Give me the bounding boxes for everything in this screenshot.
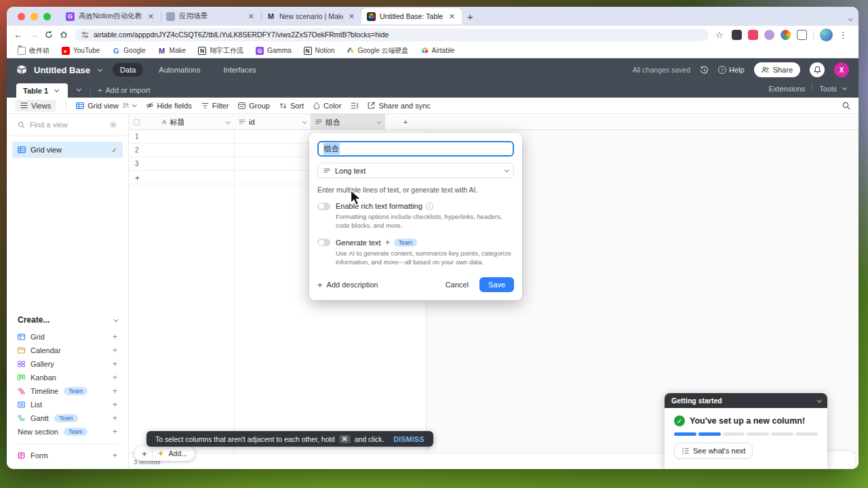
bookmark-workflow[interactable]: N翔宇工作流: [198, 46, 243, 56]
add-view-icon[interactable]: +: [113, 451, 117, 460]
views-button[interactable]: Views: [15, 100, 56, 112]
column-header-combo[interactable]: 组合: [311, 114, 385, 130]
browser-tab-1[interactable]: G 高效Notion自动化教程：| Gan ✕: [60, 8, 161, 24]
tab-search-icon[interactable]: [849, 10, 852, 22]
bookmark-google[interactable]: GGoogle: [112, 47, 145, 55]
create-header[interactable]: Create...: [7, 315, 128, 325]
create-item-gallery[interactable]: Gallery+: [7, 357, 128, 371]
table-list-chevron-icon[interactable]: [75, 81, 83, 94]
minimize-window-button[interactable]: [31, 13, 38, 20]
generate-text-toggle[interactable]: [317, 239, 330, 246]
nav-tab-data[interactable]: Data: [113, 63, 143, 77]
create-item-list[interactable]: List+: [7, 398, 128, 411]
filter-button[interactable]: Filter: [201, 102, 229, 110]
help-button[interactable]: ?Help: [718, 66, 745, 74]
create-item-timeline[interactable]: Timeline Team +: [7, 384, 128, 398]
see-whats-next-button[interactable]: See what's next: [674, 443, 753, 459]
cancel-button[interactable]: Cancel: [439, 277, 475, 292]
create-item-grid[interactable]: Grid+: [7, 330, 128, 344]
notifications-button[interactable]: [810, 62, 825, 77]
create-item-kanban[interactable]: Kanban+: [7, 371, 128, 384]
create-item-gantt[interactable]: Gantt Team +: [7, 411, 128, 425]
extension-icon-1[interactable]: [732, 30, 742, 40]
airtable-logo[interactable]: [16, 64, 27, 75]
search-icon[interactable]: [842, 102, 850, 110]
base-menu-chevron-icon[interactable]: [98, 66, 102, 71]
row-height-button[interactable]: [351, 102, 358, 109]
reload-icon[interactable]: [45, 30, 53, 39]
add-view-icon[interactable]: +: [113, 373, 117, 382]
close-window-button[interactable]: [18, 13, 25, 20]
fullscreen-window-button[interactable]: [43, 13, 51, 20]
field-type-select[interactable]: Long text: [317, 163, 514, 178]
back-icon[interactable]: ←: [14, 30, 22, 40]
new-tab-button[interactable]: +: [467, 11, 473, 22]
select-all-checkbox[interactable]: [129, 114, 157, 130]
bookmark-airtable[interactable]: Airtable: [421, 47, 455, 54]
nav-tab-automations[interactable]: Automations: [151, 63, 208, 77]
add-record-pill[interactable]: + Add...: [134, 446, 195, 461]
browser-tab-2[interactable]: 应用场景 ✕: [161, 8, 261, 24]
color-button[interactable]: Color: [313, 102, 341, 110]
getting-started-header[interactable]: Getting started: [665, 393, 827, 408]
column-header-id[interactable]: id: [234, 114, 311, 130]
base-name[interactable]: Untitled Base: [34, 65, 90, 75]
chrome-profile-avatar[interactable]: [820, 28, 833, 41]
save-button[interactable]: Save: [479, 277, 514, 292]
gear-icon[interactable]: [109, 121, 117, 129]
field-menu-chevron-icon[interactable]: [226, 119, 230, 123]
rich-text-toggle[interactable]: [317, 203, 330, 210]
site-info-icon[interactable]: [81, 31, 89, 39]
create-item-new-section[interactable]: New section Team +: [7, 425, 128, 439]
extension-icon-4[interactable]: [781, 30, 791, 40]
field-menu-chevron-icon[interactable]: [377, 119, 381, 123]
create-item-form[interactable]: Form+: [7, 449, 128, 462]
tab-close-icon[interactable]: ✕: [347, 12, 356, 21]
extensions-button[interactable]: Extensions: [769, 85, 806, 93]
create-item-calendar[interactable]: Calendar+: [7, 344, 128, 357]
nav-tab-interfaces[interactable]: Interfaces: [216, 63, 263, 77]
bookmark-make[interactable]: MMake: [158, 47, 186, 55]
add-or-import-button[interactable]: +Add or import: [98, 86, 150, 94]
share-and-sync-button[interactable]: Share and sync: [368, 102, 430, 110]
hide-fields-button[interactable]: Hide fields: [146, 102, 192, 110]
add-view-icon[interactable]: +: [113, 400, 117, 409]
add-view-icon[interactable]: +: [113, 359, 117, 369]
extension-icon-2[interactable]: [748, 30, 758, 40]
add-description-button[interactable]: + Add description: [317, 280, 378, 290]
tab-close-icon[interactable]: ✕: [247, 12, 256, 21]
share-button[interactable]: Share: [754, 62, 800, 77]
window-controls[interactable]: [18, 13, 51, 20]
add-section-icon[interactable]: +: [113, 427, 117, 436]
forward-icon[interactable]: →: [29, 30, 38, 40]
history-icon[interactable]: [700, 66, 709, 75]
sidebar-view-grid[interactable]: Grid view ✓: [12, 142, 123, 158]
add-field-button[interactable]: +: [385, 114, 426, 130]
bookmark-youtube[interactable]: ▸YouTube: [62, 47, 100, 55]
table-tab-active[interactable]: Table 1: [16, 83, 68, 98]
find-view-search[interactable]: Find a view: [7, 121, 128, 136]
browser-tab-active[interactable]: Untitled Base: Table 1 - Airta ✕: [361, 8, 462, 24]
group-button[interactable]: Group: [238, 102, 270, 110]
field-name-input[interactable]: 组合: [317, 141, 514, 157]
add-view-icon[interactable]: +: [113, 413, 117, 423]
browser-tab-3[interactable]: M New scenario | Make ✕: [261, 8, 361, 24]
url-bar[interactable]: airtable.com/apppdnJYZ4cCSQT6Z/tblLiYuLK…: [75, 28, 709, 41]
info-icon[interactable]: i: [426, 203, 433, 210]
table-menu-chevron-icon[interactable]: [54, 87, 59, 92]
bookmark-notion[interactable]: NNotion: [304, 47, 335, 55]
add-view-icon[interactable]: +: [113, 386, 117, 396]
chrome-menu-icon[interactable]: ⋮: [839, 30, 848, 40]
bookmark-inbox[interactable]: 收件箱: [18, 46, 50, 56]
add-view-icon[interactable]: +: [113, 332, 117, 342]
dismiss-button[interactable]: DISMISS: [393, 435, 424, 443]
user-avatar[interactable]: X: [834, 62, 849, 77]
field-menu-chevron-icon[interactable]: [302, 119, 307, 123]
tab-close-icon[interactable]: ✕: [146, 12, 155, 21]
tools-button[interactable]: Tools: [819, 85, 849, 93]
bookmark-gamma[interactable]: GGamma: [256, 47, 292, 55]
extensions-puzzle-icon[interactable]: [797, 30, 807, 40]
bookmark-drive[interactable]: Google 云端硬盘: [347, 46, 408, 56]
bookmark-star-icon[interactable]: ☆: [715, 30, 724, 40]
tab-close-icon[interactable]: ✕: [448, 12, 456, 21]
